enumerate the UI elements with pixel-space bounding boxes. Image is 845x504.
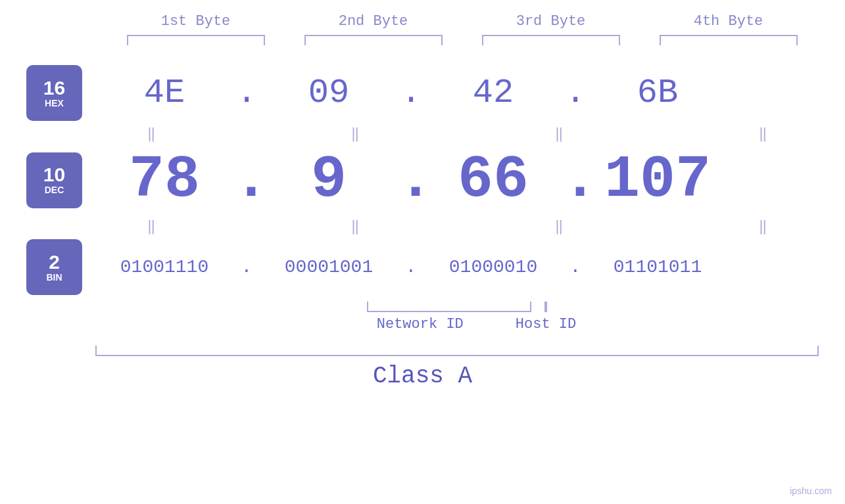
dec-dot-3: .: [562, 147, 589, 214]
bin-dot-1: .: [233, 257, 260, 277]
hex-values: 4E . 09 . 42 . 6B: [95, 74, 819, 112]
dec-base-number: 10: [43, 165, 65, 185]
eq-7: ‖: [490, 218, 628, 235]
bin-dot-2: .: [398, 257, 424, 277]
host-id-label: Host ID: [516, 316, 576, 332]
dec-dot-2: .: [398, 147, 424, 214]
net-bracket: [367, 302, 531, 312]
bottom-brackets: [367, 302, 547, 312]
eq-5: ‖: [82, 218, 220, 235]
eq-1: ‖: [82, 125, 220, 143]
eq-6: ‖: [286, 218, 424, 235]
network-id-label: Network ID: [338, 316, 502, 332]
dec-byte-4: 107: [589, 147, 727, 214]
bin-base-label: BIN: [46, 272, 62, 283]
eq-2: ‖: [286, 125, 424, 143]
dec-values: 78 . 9 . 66 . 107: [95, 147, 819, 214]
bin-values: 01001110 . 00001001 . 01000010 . 0110101…: [95, 257, 819, 277]
class-label: Class A: [26, 363, 819, 390]
eq-3: ‖: [490, 125, 628, 143]
bin-row: 2 BIN 01001110 . 00001001 . 01000010 . 0…: [26, 239, 819, 295]
hex-dot-1: .: [233, 74, 260, 112]
top-bracket-2: [304, 35, 443, 45]
byte-header-3: 3rd Byte: [462, 13, 640, 30]
hex-base-label: HEX: [45, 98, 64, 108]
bin-byte-2: 00001001: [260, 257, 398, 277]
bin-byte-4: 01101011: [589, 257, 727, 277]
equals-row-1: ‖ ‖ ‖ ‖: [62, 125, 845, 143]
hex-dot-3: .: [562, 74, 589, 112]
top-bracket-3: [482, 35, 620, 45]
bin-base-number: 2: [49, 252, 60, 272]
watermark: ipshu.com: [790, 486, 832, 496]
dec-badge: 10 DEC: [26, 152, 82, 208]
dec-dot-1: .: [233, 147, 260, 214]
byte-header-2: 2nd Byte: [285, 13, 462, 30]
hex-badge: 16 HEX: [26, 65, 82, 121]
eq-4: ‖: [694, 125, 832, 143]
top-bracket-4: [660, 35, 798, 45]
dec-byte-2: 9: [260, 147, 398, 214]
dec-row: 10 DEC 78 . 9 . 66 . 107: [26, 147, 819, 214]
bin-byte-1: 01001110: [95, 257, 233, 277]
dec-byte-1: 78: [95, 147, 233, 214]
byte-header-4: 4th Byte: [640, 13, 817, 30]
hex-byte-1: 4E: [95, 74, 233, 112]
host-bracket: [544, 302, 547, 312]
network-host-labels: Network ID Host ID: [338, 316, 576, 332]
byte-header-1: 1st Byte: [107, 13, 285, 30]
hex-row: 16 HEX 4E . 09 . 42 . 6B: [26, 65, 819, 121]
hex-dot-2: .: [398, 74, 424, 112]
bin-dot-3: .: [562, 257, 589, 277]
hex-byte-2: 09: [260, 74, 398, 112]
dec-base-label: DEC: [45, 185, 64, 195]
hex-byte-3: 42: [424, 74, 562, 112]
eq-8: ‖: [694, 218, 832, 235]
equals-row-2: ‖ ‖ ‖ ‖: [62, 218, 845, 235]
hex-base-number: 16: [43, 78, 65, 98]
dec-byte-3: 66: [424, 147, 562, 214]
hex-byte-4: 6B: [589, 74, 727, 112]
bin-badge: 2 BIN: [26, 239, 82, 295]
class-bracket: [95, 346, 819, 356]
bin-byte-3: 01000010: [424, 257, 562, 277]
top-bracket-1: [127, 35, 265, 45]
